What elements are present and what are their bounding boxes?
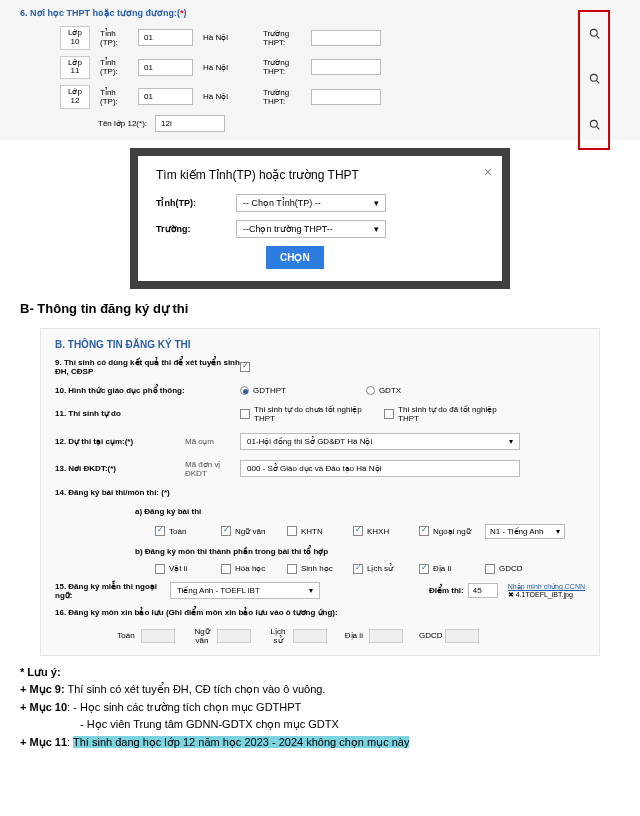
svg-line-1 bbox=[596, 36, 599, 39]
q15-select[interactable]: Tiếng Anh - TOEFL iBT▾ bbox=[170, 582, 320, 599]
chon-button[interactable]: CHỌN bbox=[266, 246, 324, 269]
score-input[interactable] bbox=[468, 583, 498, 598]
chevron-down-icon: ▾ bbox=[556, 527, 560, 536]
search-icon[interactable] bbox=[589, 28, 600, 41]
search-modal: Tìm kiếm Tỉnh(TP) hoặc trường THPT × Tỉn… bbox=[138, 156, 502, 281]
section-b-title: B. THÔNG TIN ĐĂNG KÝ THI bbox=[55, 339, 585, 350]
nguvan-cb[interactable] bbox=[221, 526, 231, 536]
svg-line-3 bbox=[596, 81, 599, 84]
grade-12-row: Lớp12 Tỉnh (TP): Hà Nội Trường THPT: bbox=[20, 85, 620, 109]
toan-cb[interactable] bbox=[155, 526, 165, 536]
hoahoc-cb[interactable] bbox=[221, 564, 231, 574]
ccnn-link[interactable]: Nhập minh chứng CCNN bbox=[508, 583, 585, 590]
q13-select[interactable]: 000 - Sở Giáo dục và Đào tạo Hà Nội bbox=[240, 460, 520, 477]
tinh-input-11[interactable] bbox=[138, 59, 193, 76]
chevron-down-icon: ▾ bbox=[509, 437, 513, 446]
chevron-down-icon: ▾ bbox=[309, 586, 313, 595]
n1-select[interactable]: N1 - Tiếng Anh▾ bbox=[485, 524, 565, 539]
heading-b: B- Thông tin đăng ký dự thi bbox=[20, 301, 620, 316]
search-icon[interactable] bbox=[589, 73, 600, 86]
tenlop-label: Tên lớp 12(*): bbox=[98, 119, 147, 128]
vatli-cb[interactable] bbox=[155, 564, 165, 574]
lichsu-cb[interactable] bbox=[353, 564, 363, 574]
chevron-down-icon: ▾ bbox=[374, 198, 379, 208]
svg-point-0 bbox=[590, 30, 597, 37]
truong-input-11[interactable] bbox=[311, 59, 381, 75]
notes: * Lưu ý: + Mục 9: Thí sinh có xét tuyển … bbox=[20, 664, 620, 751]
khtn-cb[interactable] bbox=[287, 526, 297, 536]
q11b-checkbox[interactable] bbox=[384, 409, 394, 419]
truong-select[interactable]: --Chọn trường THPT--▾ bbox=[236, 220, 386, 238]
sinhhoc-cb[interactable] bbox=[287, 564, 297, 574]
bl-diali[interactable] bbox=[369, 629, 403, 643]
truong-input-12[interactable] bbox=[311, 89, 381, 105]
tinh-select[interactable]: -- Chọn Tỉnh(TP) --▾ bbox=[236, 194, 386, 212]
gdcd-cb[interactable] bbox=[485, 564, 495, 574]
q10-gdtx-radio[interactable] bbox=[366, 386, 375, 395]
bl-lichsu[interactable] bbox=[293, 629, 327, 643]
search-buttons-highlight bbox=[578, 10, 610, 150]
q11a-checkbox[interactable] bbox=[240, 409, 250, 419]
khxh-cb[interactable] bbox=[353, 526, 363, 536]
q9-checkbox[interactable] bbox=[240, 362, 250, 372]
bl-nguvan[interactable] bbox=[217, 629, 251, 643]
bl-toan[interactable] bbox=[141, 629, 175, 643]
chevron-down-icon: ▾ bbox=[374, 224, 379, 234]
tenlop-input[interactable] bbox=[155, 115, 225, 132]
ngoaingu-cb[interactable] bbox=[419, 526, 429, 536]
grade-10-row: Lớp10 Tỉnh (TP): Hà Nội Trường THPT: bbox=[20, 26, 620, 50]
bl-gdcd[interactable] bbox=[445, 629, 479, 643]
q12-select[interactable]: 01-Hội đồng thi Sở GD&ĐT Hà Nội▾ bbox=[240, 433, 520, 450]
grade-11-row: Lớp11 Tỉnh (TP): Hà Nội Trường THPT: bbox=[20, 56, 620, 80]
modal-title: Tìm kiếm Tỉnh(TP) hoặc trường THPT bbox=[156, 168, 484, 182]
truong-input-10[interactable] bbox=[311, 30, 381, 46]
svg-point-4 bbox=[590, 120, 597, 127]
diali-cb[interactable] bbox=[419, 564, 429, 574]
q10-gdthpt-radio[interactable] bbox=[240, 386, 249, 395]
grade-badge-10: Lớp10 bbox=[60, 26, 90, 50]
grade-badge-12: Lớp12 bbox=[60, 85, 90, 109]
close-icon[interactable]: × bbox=[484, 164, 492, 180]
grade-badge-11: Lớp11 bbox=[60, 56, 90, 80]
tinh-input-12[interactable] bbox=[138, 88, 193, 105]
file-name: ✖ 4.1TOEFL_iBT.jpg bbox=[508, 591, 585, 599]
svg-line-5 bbox=[596, 126, 599, 129]
svg-point-2 bbox=[590, 75, 597, 82]
tinh-input-10[interactable] bbox=[138, 29, 193, 46]
search-icon[interactable] bbox=[589, 119, 600, 132]
section6-title: 6. Nơi học THPT hoặc tương đương:(*) bbox=[20, 8, 620, 18]
